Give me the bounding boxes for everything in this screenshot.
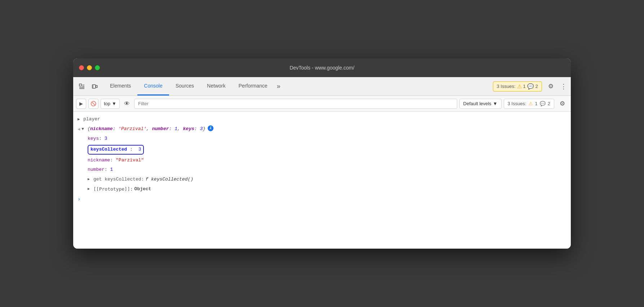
tab-network[interactable]: Network (200, 77, 232, 95)
live-expressions-button[interactable]: 👁 (122, 99, 132, 109)
console-line-object: ◀ ▼ {nickname: 'Parzival', number: 1, ke… (73, 124, 571, 134)
tab-bar: Elements Console Sources Network Perform… (103, 77, 493, 95)
console-prompt-line[interactable]: › (73, 194, 571, 204)
keys-property-key: keys (88, 135, 99, 143)
keys-property-value: 3 (105, 135, 107, 143)
info-icon[interactable]: i (208, 125, 213, 131)
issues-label: 3 Issues: (497, 84, 516, 89)
levels-chevron-icon: ▼ (493, 101, 498, 106)
console-warning-icon: ⚠ (529, 101, 533, 106)
console-output: ▶ player ◀ ▼ {nickname: 'Parzival', numb… (73, 112, 571, 249)
context-value: top (104, 101, 110, 106)
console-line-number: number : 1 (83, 165, 571, 175)
prototype-value: Object (134, 186, 151, 193)
issues-badge[interactable]: 3 Issues: ⚠ 1 💬 2 (493, 81, 542, 92)
console-line-nickname: nickname : "Parzival" (83, 156, 571, 165)
number-key: number (88, 166, 105, 174)
number-value: 1 (110, 166, 113, 174)
prompt-arrow-icon: › (78, 196, 80, 202)
keys-collected-value: 3 (138, 147, 141, 152)
player-label: player (83, 116, 100, 123)
inspector-icon[interactable] (76, 81, 88, 92)
log-levels-selector[interactable]: Default levels ▼ (459, 99, 502, 109)
console-line-getter: ▶ get keysCollected: f keysCollected() (83, 175, 571, 184)
levels-label: Default levels (463, 101, 491, 106)
close-button[interactable] (79, 65, 84, 70)
console-line-keys-collected: keysCollected : 3 (83, 144, 571, 156)
tab-console[interactable]: Console (137, 77, 169, 95)
warning-count: 1 (523, 84, 526, 89)
svg-rect-5 (92, 85, 96, 88)
more-tabs-button[interactable]: » (274, 77, 283, 95)
tab-performance[interactable]: Performance (232, 77, 274, 95)
getter-label: get keysCollected: (93, 176, 144, 183)
expand-prototype-icon[interactable]: ▶ (88, 186, 92, 192)
chat-count: 2 (535, 84, 538, 89)
console-line-player: ▶ player (73, 115, 571, 124)
devtools-window: DevTools - www.google.com/ (73, 58, 571, 249)
keys-collected-highlighted: keysCollected : 3 (88, 145, 144, 155)
context-selector[interactable]: top ▼ (101, 99, 120, 109)
tab-sources[interactable]: Sources (169, 77, 200, 95)
console-chat-icon: 💬 (540, 101, 546, 106)
svg-rect-6 (96, 85, 97, 88)
tab-elements[interactable]: Elements (103, 77, 137, 95)
console-line-keys: keys : 3 (83, 134, 571, 144)
console-chat-num: 2 (548, 101, 550, 106)
minimize-button[interactable] (87, 65, 92, 70)
window-title: DevTools - www.google.com/ (290, 65, 354, 71)
console-settings-icon[interactable]: ⚙ (556, 98, 568, 110)
keys-collected-key: keysCollected (91, 147, 127, 152)
nickname-key: nickname (88, 157, 110, 164)
back-icon: ◀ (78, 125, 80, 133)
console-toolbar: ▶ 🚫 top ▼ 👁 Default levels ▼ 3 Issues: ⚠… (73, 96, 571, 112)
nickname-value: "Parzival" (116, 157, 144, 164)
console-line-prototype: ▶ [[Prototype]]: Object (83, 184, 571, 194)
title-bar: DevTools - www.google.com/ (73, 58, 571, 77)
expand-object-icon[interactable]: ▼ (81, 125, 86, 133)
toolbar-icon-group (76, 81, 101, 92)
main-toolbar: Elements Console Sources Network Perform… (73, 77, 571, 96)
device-icon[interactable] (89, 81, 101, 92)
console-issues-label: 3 Issues: (508, 101, 526, 106)
console-issues-count[interactable]: 3 Issues: ⚠ 1 💬 2 (504, 99, 555, 109)
filter-input[interactable] (134, 99, 457, 109)
console-warning-num: 1 (535, 101, 538, 106)
svg-rect-0 (79, 84, 81, 86)
expand-getter-icon[interactable]: ▶ (88, 176, 92, 182)
prototype-label: [[Prototype]]: (93, 186, 133, 193)
expand-player-icon[interactable]: ▶ (78, 116, 82, 123)
object-preview: {nickname: 'Parzival', number: 1, keys: … (87, 125, 206, 133)
context-chevron-icon: ▼ (112, 101, 116, 106)
run-scripts-button[interactable]: ▶ (76, 99, 86, 109)
clear-console-button[interactable]: 🚫 (88, 99, 98, 109)
getter-fn: f keysCollected() (145, 176, 193, 183)
more-options-icon[interactable]: ⋮ (559, 81, 568, 92)
traffic-lights (79, 65, 100, 70)
settings-icon[interactable]: ⚙ (545, 81, 556, 92)
warning-icon: ⚠ (517, 83, 522, 90)
chat-icon: 💬 (527, 83, 534, 90)
maximize-button[interactable] (95, 65, 100, 70)
toolbar-right: 3 Issues: ⚠ 1 💬 2 ⚙ ⋮ (493, 81, 568, 92)
